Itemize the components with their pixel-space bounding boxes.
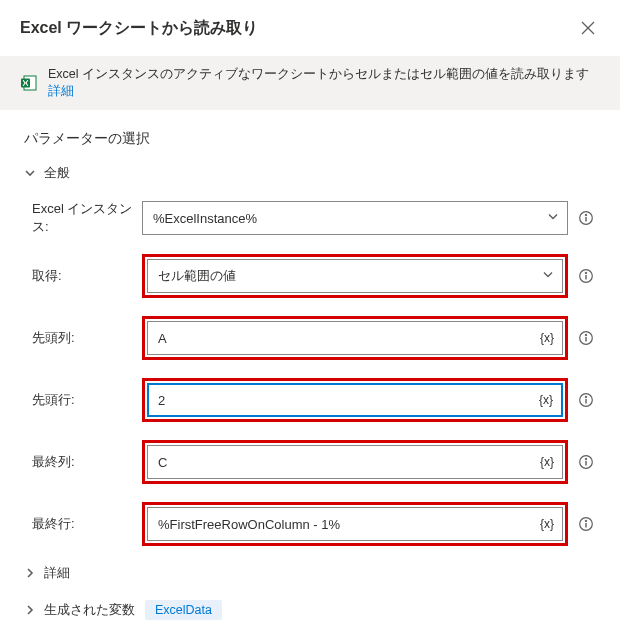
info-icon[interactable]	[576, 392, 596, 408]
retrieve-value: セル範囲の値	[158, 267, 552, 285]
dialog-title: Excel ワークシートから読み取り	[20, 18, 258, 39]
generated-vars-label: 生成された変数	[44, 601, 135, 619]
general-expander[interactable]: 全般	[24, 164, 596, 182]
variable-token-icon[interactable]: {x}	[540, 331, 554, 345]
close-icon	[581, 21, 595, 35]
end-column-value: C	[158, 455, 552, 470]
info-text: Excel インスタンスのアクティブなワークシートからセルまたはセル範囲の値を読…	[48, 66, 600, 100]
info-icon[interactable]	[576, 330, 596, 346]
start-row-input[interactable]: 2 {x}	[147, 383, 563, 417]
excel-icon	[20, 74, 38, 92]
excel-instance-label: Excel インスタンス:	[32, 200, 134, 236]
chevron-down-icon	[542, 269, 554, 284]
end-column-input[interactable]: C {x}	[147, 445, 563, 479]
end-row-input[interactable]: %FirstFreeRowOnColumn - 1% {x}	[147, 507, 563, 541]
start-column-label: 先頭列:	[32, 329, 134, 347]
info-banner: Excel インスタンスのアクティブなワークシートからセルまたはセル範囲の値を読…	[0, 56, 620, 110]
generated-vars-expander[interactable]: 生成された変数	[24, 601, 135, 619]
general-label: 全般	[44, 164, 70, 182]
advanced-label: 詳細	[44, 564, 70, 582]
chevron-down-icon	[24, 167, 36, 179]
variable-token-icon[interactable]: {x}	[540, 455, 554, 469]
retrieve-select[interactable]: セル範囲の値	[147, 259, 563, 293]
svg-point-20	[585, 520, 587, 522]
svg-point-8	[585, 272, 587, 274]
chevron-right-icon	[24, 567, 36, 579]
end-column-label: 最終列:	[32, 453, 134, 471]
end-row-label: 最終行:	[32, 515, 134, 533]
end-row-value: %FirstFreeRowOnColumn - 1%	[158, 517, 552, 532]
info-icon[interactable]	[576, 210, 596, 226]
start-column-input[interactable]: A {x}	[147, 321, 563, 355]
info-icon[interactable]	[576, 516, 596, 532]
chevron-right-icon	[24, 604, 36, 616]
start-row-value: 2	[158, 393, 552, 408]
svg-point-14	[585, 396, 587, 398]
svg-point-17	[585, 458, 587, 460]
details-link[interactable]: 詳細	[48, 84, 74, 98]
start-column-value: A	[158, 331, 552, 346]
excel-instance-value: %ExcelInstance%	[153, 211, 557, 226]
close-button[interactable]	[576, 16, 600, 40]
chevron-down-icon	[547, 211, 559, 226]
info-text-body: Excel インスタンスのアクティブなワークシートからセルまたはセル範囲の値を読…	[48, 67, 589, 81]
svg-point-11	[585, 334, 587, 336]
variable-token-icon[interactable]: {x}	[540, 517, 554, 531]
advanced-expander[interactable]: 詳細	[24, 564, 596, 582]
start-row-label: 先頭行:	[32, 391, 134, 409]
excel-instance-select[interactable]: %ExcelInstance%	[142, 201, 568, 235]
info-icon[interactable]	[576, 454, 596, 470]
svg-point-5	[585, 214, 587, 216]
retrieve-label: 取得:	[32, 267, 134, 285]
generated-var-pill[interactable]: ExcelData	[145, 600, 222, 620]
info-icon[interactable]	[576, 268, 596, 284]
variable-token-icon[interactable]: {x}	[539, 393, 553, 407]
parameters-title: パラメーターの選択	[24, 130, 596, 148]
